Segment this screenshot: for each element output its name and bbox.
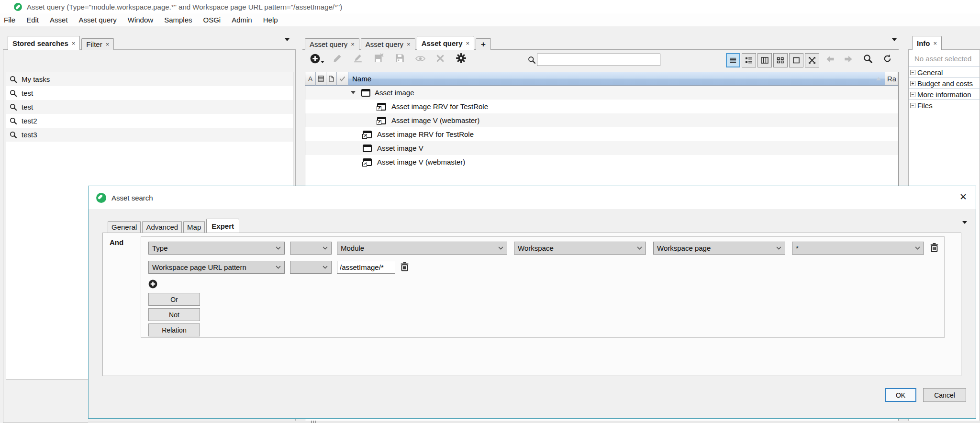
menu-help[interactable]: Help: [263, 16, 278, 24]
list-item[interactable]: test3: [6, 128, 293, 142]
remove-button[interactable]: [436, 55, 444, 62]
url-pattern-operator-combobox[interactable]: [290, 261, 332, 274]
app-icon: [14, 3, 22, 11]
edit-asset-button[interactable]: [333, 54, 342, 63]
table-row[interactable]: ↗ Asset image RRV for TestRole: [305, 100, 898, 113]
table-row[interactable]: ↗ Asset image RRV for TestRole: [305, 127, 898, 141]
dialog-titlebar[interactable]: Asset search ✕: [89, 186, 976, 209]
table-row[interactable]: Asset image V: [305, 141, 898, 155]
tab-asset-query-3[interactable]: Asset query ×: [417, 36, 474, 50]
pattern-combobox[interactable]: *: [792, 242, 924, 255]
workspace-combobox[interactable]: Workspace: [514, 242, 646, 255]
preview-asset-button[interactable]: [415, 55, 425, 62]
collapse-toggle-icon[interactable]: −: [910, 103, 915, 108]
section-budget-and-costs[interactable]: + Budget and costs: [909, 78, 980, 89]
operator-combobox[interactable]: [290, 242, 332, 255]
tab-close-icon[interactable]: ×: [407, 41, 411, 48]
menu-window[interactable]: Window: [128, 16, 153, 24]
save-asset-button[interactable]: [395, 54, 404, 63]
tab-filter[interactable]: Filter ×: [81, 38, 114, 50]
history-back-button[interactable]: [826, 56, 835, 63]
url-pattern-field-combobox[interactable]: Workspace page URL pattern: [148, 261, 285, 274]
view-detail-list-button[interactable]: [742, 53, 756, 67]
tab-label: Info: [917, 39, 930, 47]
not-button[interactable]: Not: [148, 308, 200, 321]
delete-condition-button[interactable]: [400, 262, 409, 271]
refresh-button[interactable]: [883, 54, 892, 63]
section-general[interactable]: − General: [909, 67, 980, 78]
dialog-tab-map[interactable]: Map: [183, 221, 205, 233]
tab-stored-searches[interactable]: Stored searches ×: [8, 36, 80, 50]
splitter-grip[interactable]: [311, 421, 319, 423]
tab-asset-query-2[interactable]: Asset query ×: [361, 38, 415, 50]
table-row[interactable]: ↗ Asset image V (webmaster): [305, 155, 898, 169]
view-columns-button[interactable]: [757, 53, 772, 67]
ok-button[interactable]: OK: [885, 388, 916, 402]
dialog-close-icon[interactable]: ✕: [959, 192, 967, 202]
module-combobox[interactable]: Module: [337, 242, 507, 255]
view-thumbnails-button[interactable]: [773, 53, 788, 67]
url-pattern-input[interactable]: [337, 261, 395, 274]
search-button[interactable]: [863, 54, 872, 63]
list-item[interactable]: test: [6, 100, 293, 114]
annotate-asset-button[interactable]: [353, 54, 363, 63]
menu-osgi[interactable]: OSGi: [203, 16, 221, 24]
column-header-page[interactable]: [326, 72, 337, 86]
tab-close-icon[interactable]: ×: [106, 41, 110, 48]
column-header-check[interactable]: [337, 72, 348, 86]
dialog-menu-chevron-icon[interactable]: [962, 224, 967, 233]
section-more-information[interactable]: − More information: [909, 89, 980, 100]
list-item[interactable]: test: [6, 86, 293, 100]
list-item[interactable]: My tasks: [6, 72, 293, 86]
collapse-toggle-icon[interactable]: −: [910, 92, 915, 97]
expand-toggle-icon[interactable]: +: [910, 81, 915, 86]
column-header-type[interactable]: A: [305, 72, 316, 86]
combobox-value: Type: [152, 244, 168, 252]
combobox-value: Module: [341, 244, 364, 252]
dialog-tab-expert[interactable]: Expert: [206, 219, 239, 233]
view-fullscreen-button[interactable]: [805, 53, 819, 67]
settings-gear-button[interactable]: [456, 53, 467, 64]
chevron-down-icon: [776, 246, 781, 250]
section-files[interactable]: − Files: [909, 100, 980, 111]
relation-button[interactable]: Relation: [148, 323, 200, 336]
tab-close-icon[interactable]: ×: [466, 40, 470, 47]
tab-close-icon[interactable]: ×: [934, 40, 937, 47]
dialog-tab-general[interactable]: General: [108, 221, 141, 233]
column-header-list[interactable]: [316, 72, 326, 86]
menu-asset[interactable]: Asset: [50, 16, 68, 24]
center-panel-menu-chevron-icon[interactable]: [892, 41, 897, 50]
cancel-button[interactable]: Cancel: [923, 388, 966, 402]
add-condition-button[interactable]: [148, 279, 157, 289]
expander-collapse-icon[interactable]: [351, 91, 356, 94]
list-item[interactable]: test2: [6, 114, 293, 128]
history-forward-button[interactable]: [844, 56, 853, 63]
column-header-name[interactable]: Name: [348, 72, 885, 86]
collapse-toggle-icon[interactable]: −: [910, 70, 915, 75]
field-combobox[interactable]: Type: [148, 242, 285, 255]
menu-samples[interactable]: Samples: [164, 16, 192, 24]
table-row[interactable]: Asset image: [305, 86, 898, 100]
view-list-button[interactable]: [726, 53, 740, 67]
new-asset-button[interactable]: [310, 54, 324, 64]
menu-admin[interactable]: Admin: [232, 16, 252, 24]
tab-close-icon[interactable]: ×: [351, 41, 355, 48]
new-tab-button[interactable]: +: [476, 38, 491, 50]
left-panel-menu-chevron-icon[interactable]: [285, 41, 290, 50]
combobox-value: Workspace page URL pattern: [152, 263, 246, 271]
discard-checkout-button[interactable]: [374, 53, 384, 63]
menu-edit[interactable]: Edit: [26, 16, 39, 24]
view-single-button[interactable]: [789, 53, 803, 67]
tab-info[interactable]: Info ×: [912, 36, 942, 50]
delete-condition-button[interactable]: [930, 243, 939, 252]
or-button[interactable]: Or: [148, 293, 200, 306]
workspace-page-combobox[interactable]: Workspace page: [653, 242, 785, 255]
dialog-tab-advanced[interactable]: Advanced: [142, 221, 182, 233]
quick-search-input[interactable]: [537, 54, 660, 66]
column-header-rating[interactable]: Ra: [885, 72, 898, 86]
menu-asset-query[interactable]: Asset query: [79, 16, 117, 24]
tab-close-icon[interactable]: ×: [72, 40, 76, 47]
menu-file[interactable]: File: [4, 16, 15, 24]
table-row[interactable]: ↗ Asset image V (webmaster): [305, 113, 898, 127]
tab-asset-query-1[interactable]: Asset query ×: [305, 38, 359, 50]
